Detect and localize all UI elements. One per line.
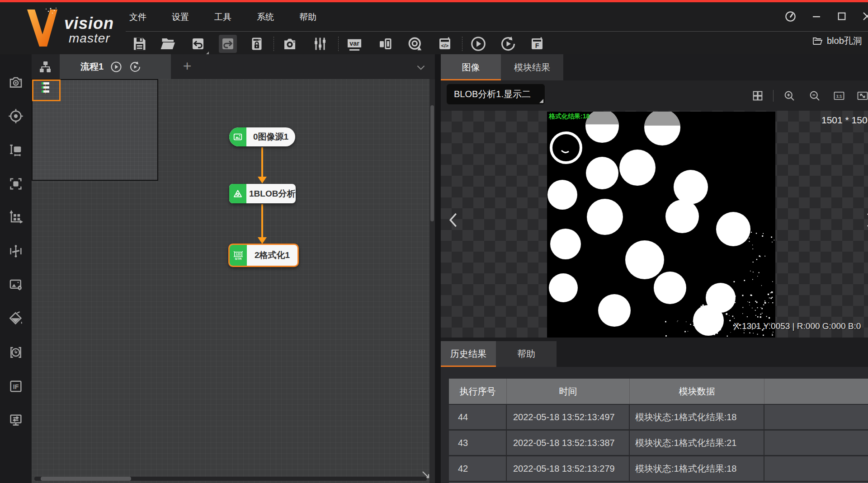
minimap-node [42,86,49,89]
run-continuous-icon[interactable] [499,35,517,53]
flow-run-continuous-icon[interactable] [129,61,142,73]
next-image-chevron-icon[interactable] [861,210,868,230]
alignment-icon[interactable] [7,242,25,260]
svg-text:STR: STR [235,257,242,261]
minimap-node [42,82,49,84]
camera-capture-icon[interactable] [281,35,299,53]
minimize-icon[interactable] [810,9,823,23]
menu-system[interactable]: 系统 [255,9,276,26]
communication-icon[interactable] [7,411,25,429]
flow-tabbar: 流程1 + [32,54,435,79]
color-processing-icon[interactable] [7,309,25,328]
header-time: 时间 [507,379,630,404]
flow-tab[interactable]: 流程1 [60,54,171,79]
tab-history-result[interactable]: 历史结果 [441,341,496,367]
calibration-icon[interactable] [7,208,25,226]
flow-run-once-icon[interactable] [110,61,123,73]
main-toolbar: var </> F [0,34,868,56]
close-icon[interactable] [860,9,868,23]
menu-file[interactable]: 文件 [127,9,148,26]
image-source-dropdown-value: BLOB分析1.显示二 [454,88,531,100]
header-empty [764,379,868,404]
toolbar-separator [462,37,463,51]
tab-module-result[interactable]: 模块结果 [501,54,563,80]
blob-image-svg [547,112,775,338]
svg-text:IF: IF [13,383,19,390]
canvas-horizontal-scrollbar[interactable] [34,477,427,481]
tab-image-label: 图像 [462,61,480,74]
header-exec-index: 执行序号 [449,379,507,404]
cell-module-data: 模块状态:1格式化结果:18 [630,405,764,429]
open-folder-icon[interactable] [159,35,177,53]
image-source-dropdown[interactable]: BLOB分析1.显示二 [447,84,545,104]
menu-help[interactable]: 帮助 [297,9,318,26]
cell-module-data: 模块状态:1格式化结果:18 [630,456,764,481]
logic-if-icon[interactable]: IF [7,377,25,395]
defect-detection-icon[interactable] [7,343,25,361]
brand-line1: vision [64,14,114,33]
module-io-icon[interactable] [376,35,394,53]
node-blob-analysis[interactable]: 1BLOB分析1 [229,184,296,203]
svg-text:F: F [535,42,539,49]
flow-canvas[interactable]: 0图像源1 1BLOB分析1 123STR 2格式化1 [32,79,435,483]
zoom-one-to-one-icon[interactable]: 1:1 [832,89,846,103]
add-flow-button[interactable]: + [179,58,195,75]
history-table-header: 执行序号 时间 模块数据 [449,379,868,404]
menu-tools[interactable]: 工具 [212,9,233,26]
global-trigger-icon[interactable] [406,35,424,53]
hscroll-thumb[interactable] [41,477,131,481]
table-row[interactable]: 43 2022-05-18 13:52:13:387 模块状态:1格式化结果:2… [449,431,868,455]
save-icon[interactable] [130,35,148,53]
zoom-in-icon[interactable] [783,89,796,103]
maximize-icon[interactable] [835,9,849,23]
redo-icon[interactable] [219,35,237,53]
viewer-toolbar: BLOB分析1.显示二 1:1 [441,80,868,111]
recognition-icon[interactable] [7,175,25,193]
variable-icon[interactable]: var [345,35,363,53]
vscroll-thumb[interactable] [430,105,434,221]
svg-text:1:1: 1:1 [836,94,842,98]
format-string-icon: 123STR [230,245,247,266]
undo-icon[interactable] [189,35,207,53]
viewer-toolbar-separator [773,90,774,102]
format-window-icon[interactable]: F [528,35,546,53]
cell-empty [764,405,868,429]
table-row[interactable]: 42 2022-05-18 13:52:13:279 模块状态:1格式化结果:1… [449,456,868,481]
tab-module-result-label: 模块结果 [514,61,550,74]
menu-divider [126,31,868,32]
cell-exec-index: 43 [449,431,507,455]
titlebar: vision master 文件 设置 工具 系统 帮助 [0,2,868,54]
target-location-icon[interactable] [7,107,25,125]
table-row[interactable]: 44 2022-05-18 13:52:13:497 模块状态:1格式化结果:1… [449,405,868,429]
image-processing-icon[interactable] [7,276,25,294]
script-code-icon[interactable]: </> [436,35,454,53]
grid-layout-icon[interactable] [751,89,764,103]
lock-screen-icon[interactable] [248,35,266,53]
tab-image[interactable]: 图像 [441,54,501,80]
current-project[interactable]: blob孔洞 [812,35,862,47]
parameter-tune-icon[interactable] [311,35,329,53]
folder-icon [812,36,823,47]
node-label: 2格式化1 [247,245,297,266]
cell-module-data: 模块状态:1格式化结果:21 [630,431,764,455]
camera-acquisition-icon[interactable] [7,73,25,91]
panel-divider[interactable] [435,54,441,483]
chevron-down-icon[interactable] [415,61,427,73]
project-name: blob孔洞 [827,35,862,47]
image-viewer-stage[interactable]: 格式化结果:18 1501 * 150 X:1301 Y:0053 | R:00… [441,111,868,338]
zoom-out-icon[interactable] [808,89,821,103]
menu-settings[interactable]: 设置 [170,9,191,26]
node-format[interactable]: 123STR 2格式化1 [228,244,299,267]
flow-hierarchy-icon[interactable] [38,60,52,74]
history-body: 执行序号 时间 模块数据 44 2022-05-18 13:52:13:497 … [441,367,868,483]
performance-gauge-icon[interactable] [783,9,797,23]
run-once-icon[interactable] [469,35,487,53]
tab-help[interactable]: 帮助 [496,341,557,367]
node-image-source[interactable]: 0图像源1 [229,127,295,146]
fit-to-window-icon[interactable] [856,89,868,103]
previous-image-chevron-icon[interactable] [445,210,463,230]
measure-icon[interactable] [7,141,25,159]
canvas-vertical-scrollbar[interactable] [429,79,435,483]
cell-empty [764,456,868,481]
toolbar-separator [274,37,274,51]
